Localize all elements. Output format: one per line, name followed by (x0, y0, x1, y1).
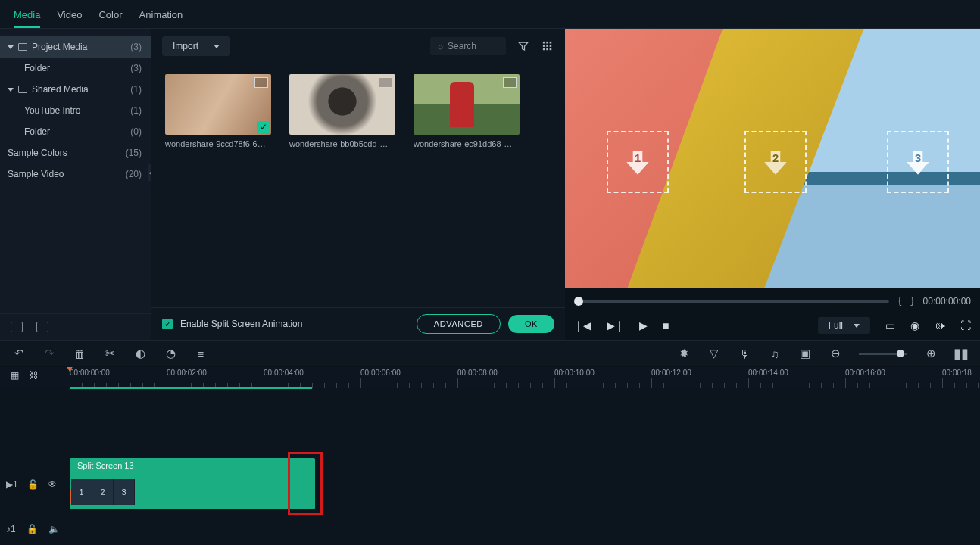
mark-in-icon[interactable]: { (897, 296, 902, 307)
track-manager-icon[interactable]: ▦ (11, 370, 19, 381)
highlight-annotation (288, 452, 323, 515)
tree-sample-colors[interactable]: Sample Colors (15) (0, 142, 151, 164)
settings-icon[interactable]: ≡ (194, 347, 208, 360)
folder-icon (18, 86, 27, 93)
tree-folder-2[interactable]: Folder (0) (0, 121, 151, 142)
audio-track-icon[interactable]: ♪1 (6, 524, 16, 534)
render-icon[interactable]: ✹ (677, 347, 691, 360)
drop-zone-3[interactable]: 3 (887, 131, 949, 193)
preview-canvas[interactable]: 1 2 3 (565, 29, 980, 288)
zoom-slider[interactable] (859, 353, 907, 355)
fullscreen-icon[interactable]: ⛶ (960, 319, 971, 332)
lock-icon[interactable]: 🔓 (27, 524, 38, 534)
mic-icon[interactable]: 🎙 (738, 347, 751, 360)
prev-frame-icon[interactable]: ❘◀ (574, 319, 591, 332)
visibility-icon[interactable]: 👁 (48, 479, 57, 490)
quality-label: Full (829, 320, 843, 331)
drop-zone-2[interactable]: 2 (744, 131, 807, 193)
media-thumb[interactable]: ✓ wondershare-9ccd78f6-6… (165, 74, 271, 148)
stop-icon[interactable]: ■ (663, 319, 669, 332)
step-back-icon[interactable]: ▶❘ (607, 319, 624, 332)
svg-text:1: 1 (635, 152, 641, 164)
media-thumb[interactable]: wondershare-bb0b5cdd-… (289, 74, 395, 148)
grid-view-icon[interactable] (541, 39, 554, 53)
ruler-mark: 00:00:02:00 (167, 369, 207, 377)
tab-media[interactable]: Media (14, 6, 40, 28)
filter-icon[interactable] (517, 39, 530, 53)
video-track-head: ▶1 🔓 👁 (0, 458, 70, 511)
ruler-mark: 00:00:06:00 (360, 369, 401, 377)
zoom-in-icon[interactable]: ⊕ (924, 347, 938, 360)
svg-rect-6 (543, 48, 545, 51)
tab-video[interactable]: Video (57, 6, 82, 28)
aspect-icon[interactable]: ▣ (798, 347, 812, 360)
mute-icon[interactable]: 🔈 (48, 524, 60, 534)
tree-count: (1) (130, 84, 142, 95)
display-icon[interactable]: ▭ (885, 319, 895, 332)
search-input[interactable]: ⌕ Search (430, 37, 506, 55)
tree-count: (20) (126, 169, 142, 179)
ruler-mark: 00:00:00:00 (70, 369, 110, 377)
tree-label: Folder (24, 63, 50, 73)
import-dropdown[interactable]: Import (162, 36, 230, 56)
drop-zone-1[interactable]: 1 (607, 131, 669, 193)
snapshot-icon[interactable]: ◉ (910, 319, 919, 332)
scrub-handle[interactable] (574, 297, 583, 306)
tree-folder-1[interactable]: Folder (3) (0, 58, 151, 79)
enable-split-checkbox[interactable]: ✓ (162, 319, 173, 329)
svg-rect-8 (550, 48, 552, 51)
clip-title: Split Screen 13 (77, 461, 134, 470)
tree-youtube-intro[interactable]: YouTube Intro (1) (0, 100, 151, 121)
lock-icon[interactable]: 🔓 (27, 479, 39, 490)
volume-icon[interactable]: 🕪 (935, 319, 945, 332)
ruler-mark: 00:00:10:00 (554, 369, 595, 377)
new-folder-icon[interactable] (11, 322, 23, 332)
thumb-label: wondershare-bb0b5cdd-… (289, 139, 395, 148)
audio-mix-icon[interactable]: ♫ (768, 347, 782, 360)
marker-icon[interactable]: ▽ (707, 347, 721, 360)
split-slot-1[interactable]: 1 (71, 479, 92, 505)
tree-count: (3) (130, 63, 142, 73)
split-slot-2[interactable]: 2 (92, 479, 114, 505)
time-ruler[interactable]: ▦ ⛓ 00:00:00:0000:00:02:0000:00:04:0000:… (0, 367, 980, 388)
clip-type-icon (503, 77, 517, 88)
advanced-button[interactable]: ADVANCED (417, 314, 501, 334)
ruler-mark: 00:00:18 (942, 369, 972, 377)
mark-out-icon[interactable]: } (910, 296, 915, 307)
tab-color[interactable]: Color (98, 6, 122, 28)
play-icon[interactable]: ▶ (639, 319, 648, 332)
tab-animation[interactable]: Animation (139, 6, 183, 28)
tree-shared-media[interactable]: Shared Media (1) (0, 79, 151, 100)
thumb-label: wondershare-9ccd78f6-6… (165, 139, 271, 148)
tree-project-media[interactable]: Project Media (3) (0, 36, 151, 58)
ruler-mark: 00:00:08:00 (457, 369, 498, 377)
tree-label: YouTube Intro (24, 105, 81, 116)
zoom-handle[interactable] (897, 350, 904, 357)
crop-icon[interactable]: ◐ (133, 347, 147, 360)
media-tree-panel: Project Media (3) Folder (3) Shared Medi… (0, 29, 151, 340)
delete-icon[interactable]: 🗑 (73, 347, 86, 360)
undo-icon[interactable]: ↶ (12, 347, 26, 360)
quality-dropdown[interactable]: Full (818, 317, 870, 334)
link-icon[interactable]: ⛓ (30, 370, 39, 381)
timeline-clip[interactable]: Split Screen 13 1 2 3 (70, 458, 315, 509)
media-thumb[interactable]: wondershare-ec91dd68-… (414, 74, 520, 148)
cut-icon[interactable]: ✂ (103, 347, 117, 360)
chevron-down-icon (214, 45, 220, 48)
split-slot-3[interactable]: 3 (114, 479, 135, 505)
fit-icon[interactable]: ▮▮ (954, 347, 968, 360)
folder-icon[interactable] (36, 322, 48, 332)
search-icon: ⌕ (438, 41, 443, 51)
tree-label: Sample Colors (8, 148, 67, 158)
scrub-bar[interactable] (574, 300, 889, 303)
redo-icon[interactable]: ↷ (42, 347, 56, 360)
speed-icon[interactable]: ◔ (164, 347, 177, 360)
zoom-out-icon[interactable]: ⊖ (829, 347, 842, 360)
tree-label: Sample Video (8, 169, 64, 179)
tree-count: (0) (130, 126, 142, 137)
tree-count: (15) (126, 148, 142, 158)
ok-button[interactable]: OK (508, 315, 554, 333)
tree-sample-video[interactable]: Sample Video (20) (0, 164, 151, 185)
video-track-icon[interactable]: ▶1 (6, 479, 18, 490)
tree-label: Folder (24, 126, 50, 137)
